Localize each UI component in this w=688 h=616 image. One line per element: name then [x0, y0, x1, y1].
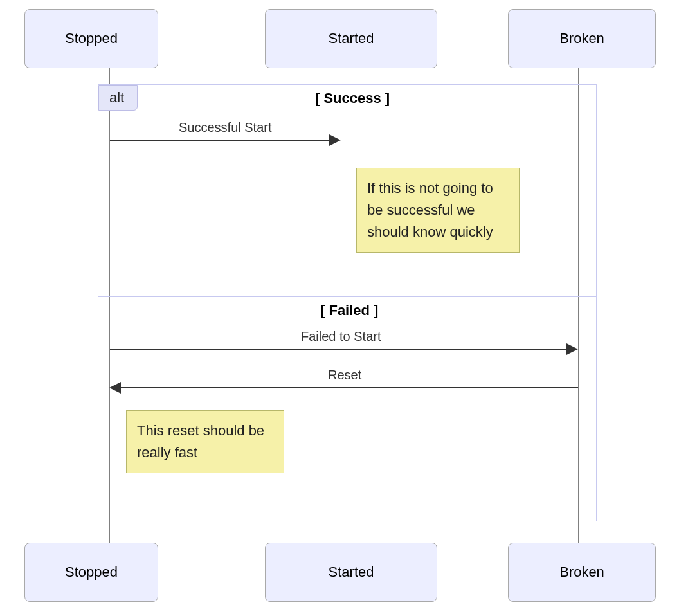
message-successful-start-arrow [110, 140, 330, 141]
participant-label: Broken [559, 30, 604, 47]
message-reset-arrow [119, 387, 578, 388]
note-text: If this is not going to be successful we… [367, 180, 493, 240]
note-reset: This reset should be really fast [126, 410, 284, 473]
alt-operator-label: alt [98, 85, 138, 111]
participant-label: Started [329, 30, 374, 47]
message-failed-to-start-label: Failed to Start [301, 329, 381, 344]
participant-label: Stopped [65, 30, 118, 47]
message-failed-to-start-arrowhead [566, 343, 578, 355]
participant-label: Stopped [65, 564, 118, 581]
participant-broken-top: Broken [508, 9, 656, 68]
message-failed-to-start-arrow [110, 349, 568, 350]
participant-label: Started [329, 564, 374, 581]
alt-section-success-title: [ Success ] [315, 90, 390, 107]
participant-label: Broken [559, 564, 604, 581]
alt-operator-text: alt [109, 89, 124, 105]
participant-started-bottom: Started [265, 543, 437, 602]
note-success: If this is not going to be successful we… [356, 168, 520, 253]
sequence-diagram: Stopped Started Broken alt [ Success ] S… [0, 0, 688, 616]
message-reset-arrowhead [109, 382, 121, 394]
alt-divider [98, 296, 597, 297]
message-successful-start-arrowhead [329, 134, 341, 146]
participant-stopped-top: Stopped [24, 9, 158, 68]
participant-started-top: Started [265, 9, 437, 68]
message-successful-start-label: Successful Start [179, 120, 272, 135]
participant-stopped-bottom: Stopped [24, 543, 158, 602]
message-reset-label: Reset [328, 368, 361, 383]
alt-section-failed-title: [ Failed ] [320, 302, 378, 319]
participant-broken-bottom: Broken [508, 543, 656, 602]
note-text: This reset should be really fast [137, 422, 264, 460]
